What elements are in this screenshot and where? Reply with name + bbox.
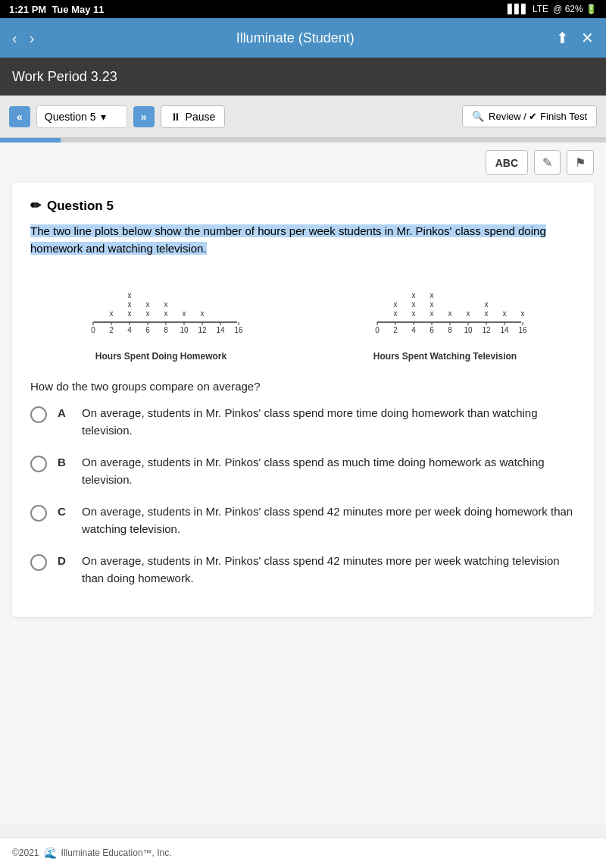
option-b[interactable]: B On average, students in Mr. Pinkos' cl…: [30, 454, 576, 488]
question-title: ✏ Question 5: [30, 198, 576, 214]
svg-text:x: x: [182, 309, 186, 318]
browser-forward-button[interactable]: ›: [30, 30, 35, 47]
svg-text:x: x: [466, 309, 470, 318]
option-d[interactable]: D On average, students in Mr. Pinkos' cl…: [30, 553, 576, 587]
svg-text:x: x: [411, 300, 415, 309]
option-a-letter: A: [58, 406, 71, 419]
browser-title: Illuminate (Student): [236, 30, 355, 46]
svg-text:14: 14: [500, 326, 509, 334]
pause-button[interactable]: ⏸ Pause: [161, 105, 226, 128]
footer: ©2021 🌊 Illuminate Education™, Inc.: [0, 837, 606, 868]
status-time: 1:21 PM Tue May 11: [9, 4, 105, 15]
svg-text:14: 14: [216, 326, 225, 334]
pause-icon: ⏸: [170, 111, 181, 123]
browser-share-button[interactable]: ⬆: [556, 29, 569, 47]
svg-text:x: x: [164, 309, 167, 318]
plot1-wrapper: 0 2 4 6 8 10: [30, 269, 292, 362]
svg-text:x: x: [430, 300, 433, 309]
status-bar: 1:21 PM Tue May 11 ▋▋▋ LTE @ 62% 🔋: [0, 0, 606, 18]
search-icon: 🔍: [472, 111, 484, 122]
svg-text:x: x: [393, 309, 397, 318]
compare-question: How do the two groups compare on average…: [30, 380, 576, 393]
battery-icon: @ 62% 🔋: [553, 4, 597, 14]
flag-tool-button[interactable]: ⚑: [567, 150, 594, 175]
svg-text:10: 10: [180, 326, 189, 334]
svg-text:x: x: [127, 291, 131, 299]
lte-label: LTE: [533, 4, 548, 14]
svg-text:x: x: [411, 309, 415, 318]
option-b-text: On average, students in Mr. Pinkos' clas…: [82, 454, 576, 488]
svg-text:x: x: [448, 309, 451, 318]
plot2-svg: 0 2 4 6 8 10 12 14 16: [362, 269, 529, 345]
app-header-title: Work Period 3.23: [12, 69, 117, 85]
pencil-icon: ✏: [30, 198, 41, 214]
svg-text:x: x: [200, 309, 204, 318]
svg-text:4: 4: [411, 326, 416, 334]
content-area: ABC ✎ ⚑ ✏ Question 5 The two line plots …: [0, 143, 606, 825]
svg-text:6: 6: [430, 326, 434, 334]
browser-bar: ‹ › Illuminate (Student) ⬆ ✕: [0, 18, 606, 58]
svg-text:10: 10: [464, 326, 473, 334]
svg-text:x: x: [520, 309, 524, 318]
svg-text:0: 0: [91, 326, 95, 334]
option-c[interactable]: C On average, students in Mr. Pinkos' cl…: [30, 503, 576, 537]
browser-back-button[interactable]: ‹: [12, 30, 17, 47]
option-c-text: On average, students in Mr. Pinkos' clas…: [82, 503, 576, 537]
svg-text:12: 12: [482, 326, 491, 334]
abc-tool-button[interactable]: ABC: [486, 150, 528, 175]
svg-text:x: x: [109, 309, 113, 318]
svg-text:x: x: [484, 309, 488, 318]
svg-text:4: 4: [127, 326, 132, 334]
answer-options: A On average, students in Mr. Pinkos' cl…: [30, 405, 576, 587]
question-selector-label: Question 5: [45, 111, 96, 123]
option-d-letter: D: [58, 554, 71, 567]
svg-text:x: x: [127, 300, 131, 309]
browser-nav: ‹ ›: [12, 30, 34, 47]
dropdown-chevron-icon: ▾: [101, 111, 106, 123]
review-finish-button[interactable]: 🔍 Review / ✔ Finish Test: [462, 105, 597, 127]
plot1-svg: 0 2 4 6 8 10: [78, 269, 245, 345]
question-card: ✏ Question 5 The two line plots below sh…: [12, 183, 594, 617]
radio-d[interactable]: [30, 554, 47, 571]
app-header: Work Period 3.23: [0, 58, 606, 96]
option-a[interactable]: A On average, students in Mr. Pinkos' cl…: [30, 405, 576, 439]
svg-text:x: x: [430, 291, 433, 299]
radio-a[interactable]: [30, 406, 47, 423]
svg-text:x: x: [145, 309, 149, 318]
svg-text:x: x: [502, 309, 506, 318]
svg-text:2: 2: [109, 326, 114, 334]
svg-text:6: 6: [145, 326, 150, 334]
svg-text:8: 8: [448, 326, 452, 334]
signal-icon: ▋▋▋: [508, 4, 528, 14]
plots-container: 0 2 4 6 8 10: [30, 269, 576, 362]
svg-text:x: x: [430, 309, 433, 318]
svg-text:16: 16: [234, 326, 243, 334]
question-selector[interactable]: Question 5 ▾: [36, 105, 127, 128]
radio-c[interactable]: [30, 505, 47, 522]
svg-text:2: 2: [393, 326, 398, 334]
review-finish-label: Review / ✔ Finish Test: [489, 111, 587, 122]
svg-text:0: 0: [375, 326, 380, 334]
svg-text:x: x: [145, 300, 149, 309]
next-question-button[interactable]: »: [133, 106, 155, 127]
edit-tool-button[interactable]: ✎: [534, 150, 561, 175]
footer-copyright: ©2021: [12, 848, 39, 858]
svg-text:12: 12: [198, 326, 207, 334]
plot2-wrapper: 0 2 4 6 8 10 12 14 16: [314, 269, 576, 362]
svg-text:x: x: [393, 300, 397, 309]
option-b-letter: B: [58, 456, 71, 468]
footer-logo: 🌊: [44, 847, 57, 859]
prev-question-button[interactable]: «: [9, 106, 30, 127]
status-right: ▋▋▋ LTE @ 62% 🔋: [508, 4, 597, 14]
radio-b[interactable]: [30, 456, 47, 472]
footer-company: Illuminate Education™, Inc.: [61, 848, 172, 858]
question-number: Question 5: [47, 199, 114, 214]
browser-actions: ⬆ ✕: [556, 29, 594, 47]
option-c-letter: C: [58, 505, 71, 518]
question-text-highlight: The two line plots below show the number…: [30, 224, 546, 255]
question-text: The two line plots below show the number…: [30, 223, 576, 257]
browser-close-button[interactable]: ✕: [581, 29, 594, 47]
svg-text:16: 16: [518, 326, 527, 334]
option-d-text: On average, students in Mr. Pinkos' clas…: [82, 553, 576, 587]
svg-text:x: x: [484, 300, 488, 309]
